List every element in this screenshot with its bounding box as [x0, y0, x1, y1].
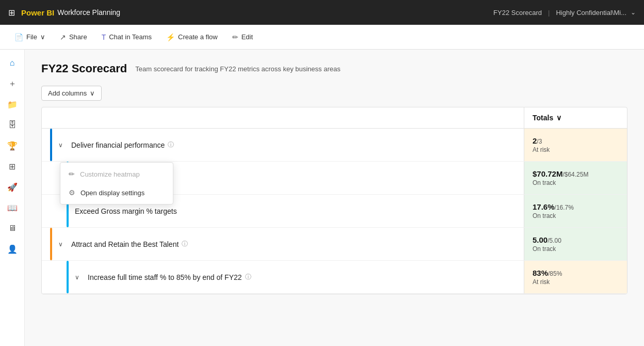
cell-status: On track — [533, 212, 619, 219]
cell-value: 5.00/5.00 — [533, 235, 619, 244]
display-settings-label: Open display settings — [81, 189, 144, 197]
exceed-gross-label: Exceed Gross margin % targets — [75, 207, 177, 215]
expand-attract-retain[interactable]: ∨ — [58, 241, 63, 248]
dropdown-item-display-settings[interactable]: ⚙ Open display settings — [60, 183, 173, 202]
sidebar-item-profile[interactable]: 👤 — [3, 240, 22, 258]
info-icon: ⓘ — [182, 240, 188, 248]
row-indicator-teal — [67, 261, 69, 293]
expand-increase-staff[interactable]: ∨ — [75, 274, 79, 281]
customize-icon: ✏ — [69, 170, 75, 178]
edit-button[interactable]: ✏ Edit — [226, 30, 259, 44]
cell-status: At risk — [533, 278, 619, 286]
header-main-empty — [42, 107, 524, 128]
dropdown-item-customize: ✏ Customize heatmap — [60, 165, 173, 183]
sidebar-item-monitor[interactable]: 🖥 — [3, 219, 22, 238]
flow-label: Create a flow — [178, 33, 218, 41]
edit-icon: ✏ — [232, 33, 238, 41]
content-area: FY22 Scorecard Team scorecard for tracki… — [25, 50, 644, 346]
table-row: ∨ Attract and Retain the Best Talent ⓘ 5… — [42, 228, 627, 261]
row-indicator-orange — [50, 228, 52, 260]
topbar-chevron[interactable]: ⌄ — [631, 9, 636, 16]
attract-retain-label: Attract and Retain the Best Talent ⓘ — [71, 240, 188, 248]
attract-retain-cell: 5.00/5.00 On track — [524, 228, 627, 260]
add-columns-button[interactable]: Add columns ∨ — [41, 86, 102, 101]
table-row: ∨ Increase full time staff % to 85% by e… — [42, 261, 627, 294]
totals-chevron[interactable]: ∨ — [556, 114, 561, 122]
share-label: Share — [69, 33, 87, 41]
top-bar-right: FY22 Scorecard | Highly Confidential\Mi.… — [493, 9, 636, 17]
create-flow-button[interactable]: ⚡ Create a flow — [160, 30, 224, 44]
info-icon: ⓘ — [245, 273, 251, 281]
page-title: FY22 Scorecard — [41, 62, 127, 75]
add-columns-label: Add columns — [48, 89, 87, 97]
cell-value: 2/3 — [533, 136, 619, 145]
increase-staff-label: Increase full time staff % to 85% by end… — [88, 273, 251, 281]
sidebar: ⌂ ＋ 📁 🗄 🏆 ⊞ 🚀 📖 🖥 👤 — [0, 50, 25, 346]
cell-status: On track — [533, 179, 619, 186]
row-main-deliver-financial: ∨ Deliver financial performance ⓘ — [42, 129, 524, 161]
totals-header: Totals ∨ — [524, 107, 627, 128]
top-bar-left: ⊞ Power BI Workforce Planning — [8, 8, 120, 18]
scorecard-header: Totals ∨ — [42, 107, 627, 129]
share-button[interactable]: ↗ Share — [54, 30, 93, 44]
settings-icon: ⚙ — [69, 188, 75, 197]
workspace-title: Workforce Planning — [57, 8, 120, 17]
info-icon: ⓘ — [168, 140, 174, 149]
cell-value: $70.72M/$64.25M — [533, 169, 619, 178]
file-icon: 📄 — [14, 33, 23, 41]
separator: | — [548, 9, 550, 17]
row-main-attract-retain: ∨ Attract and Retain the Best Talent ⓘ — [42, 228, 524, 260]
cell-status: At risk — [533, 146, 619, 153]
cell-status: On track — [533, 245, 619, 253]
row-main-increase-staff: ∨ Increase full time staff % to 85% by e… — [42, 261, 524, 293]
row-indicator-blue — [50, 129, 52, 161]
sidebar-item-learn[interactable]: 📖 — [3, 198, 22, 217]
file-label: File — [26, 33, 37, 41]
deliver-financial-label: Deliver financial performance ⓘ — [71, 140, 174, 149]
file-button[interactable]: 📄 File ∨ — [8, 30, 52, 44]
add-columns-chevron: ∨ — [90, 89, 95, 97]
sidebar-item-create[interactable]: ＋ — [3, 74, 22, 93]
edit-label: Edit — [242, 33, 253, 41]
chat-label: Chat in Teams — [109, 33, 152, 41]
flow-icon: ⚡ — [166, 33, 175, 41]
teams-icon: T — [102, 33, 106, 41]
scorecard-label: FY22 Scorecard — [493, 9, 542, 17]
brand: Power BI Workforce Planning — [21, 8, 120, 17]
expand-deliver-financial[interactable]: ∨ — [58, 141, 63, 149]
toolbar: 📄 File ∨ ↗ Share T Chat in Teams ⚡ Creat… — [0, 25, 644, 50]
deliver-financial-cell: 2/3 At risk — [524, 129, 627, 161]
totals-label: Totals — [533, 114, 553, 122]
exceed-revenue-cell: $70.72M/$64.25M On track — [524, 162, 627, 194]
sidebar-item-home[interactable]: ⌂ — [3, 54, 22, 72]
sidebar-item-data[interactable]: 🗄 — [3, 116, 22, 134]
page-description: Team scorecard for tracking FY22 metrics… — [135, 65, 340, 73]
sidebar-item-deploy[interactable]: 🚀 — [3, 178, 22, 196]
chat-teams-button[interactable]: T Chat in Teams — [95, 30, 158, 44]
powerbi-logo: Power BI — [21, 8, 54, 17]
share-icon: ↗ — [60, 33, 66, 41]
apps-icon[interactable]: ⊞ — [8, 8, 15, 18]
increase-staff-cell: 83%/85% At risk — [524, 261, 627, 293]
page-header: FY22 Scorecard Team scorecard for tracki… — [41, 62, 627, 75]
top-bar: ⊞ Power BI Workforce Planning FY22 Score… — [0, 0, 644, 25]
dropdown-menu: ✏ Customize heatmap ⚙ Open display setti… — [60, 162, 173, 205]
exceed-gross-cell: 17.6%/16.7% On track — [524, 195, 627, 227]
sensitivity-label: Highly Confidential\Mi... — [556, 9, 626, 17]
cell-value: 17.6%/16.7% — [533, 202, 619, 211]
customize-label: Customize heatmap — [80, 170, 140, 178]
sidebar-item-apps[interactable]: ⊞ — [3, 157, 22, 176]
table-row: ∨ Deliver financial performance ⓘ 2/3 At… — [42, 129, 627, 162]
main-layout: ⌂ ＋ 📁 🗄 🏆 ⊞ 🚀 📖 🖥 👤 FY22 Scorecard Team … — [0, 50, 644, 346]
cell-value: 83%/85% — [533, 269, 619, 277]
sidebar-item-goals[interactable]: 🏆 — [3, 136, 22, 155]
file-chevron: ∨ — [40, 33, 45, 41]
sidebar-item-browse[interactable]: 📁 — [3, 95, 22, 114]
